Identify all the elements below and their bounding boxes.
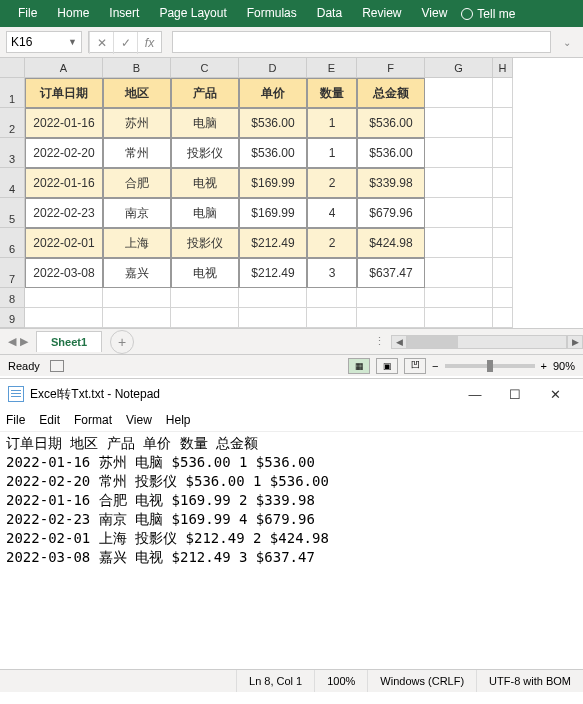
empty-cell[interactable] — [307, 308, 357, 328]
ribbon-tab-insert[interactable]: Insert — [99, 0, 149, 27]
table-cell[interactable]: 2 — [307, 228, 357, 258]
ribbon-tab-data[interactable]: Data — [307, 0, 352, 27]
scroll-left-button[interactable]: ◀ — [391, 335, 407, 349]
col-header[interactable]: C — [171, 58, 239, 78]
ribbon-tab-home[interactable]: Home — [47, 0, 99, 27]
table-cell[interactable]: 嘉兴 — [103, 258, 171, 288]
row-header[interactable]: 7 — [0, 258, 25, 288]
empty-cell[interactable] — [493, 168, 513, 198]
empty-cell[interactable] — [171, 288, 239, 308]
empty-cell[interactable] — [425, 258, 493, 288]
row-header[interactable]: 1 — [0, 78, 25, 108]
col-header[interactable]: G — [425, 58, 493, 78]
table-cell[interactable]: $169.99 — [239, 168, 307, 198]
np-menu-edit[interactable]: Edit — [39, 413, 60, 427]
empty-cell[interactable] — [493, 228, 513, 258]
normal-view-button[interactable]: ▦ — [348, 358, 370, 374]
table-cell[interactable]: 南京 — [103, 198, 171, 228]
empty-cell[interactable] — [493, 288, 513, 308]
notepad-text-area[interactable]: 订单日期 地区 产品 单价 数量 总金额 2022-01-16 苏州 电脑 $5… — [0, 431, 583, 669]
horizontal-scrollbar[interactable] — [407, 335, 567, 349]
table-cell[interactable]: $637.47 — [357, 258, 425, 288]
sheet-tab[interactable]: Sheet1 — [36, 331, 102, 352]
minimize-button[interactable]: — — [455, 379, 495, 409]
ribbon-tab-formulas[interactable]: Formulas — [237, 0, 307, 27]
table-cell[interactable]: 2022-01-16 — [25, 108, 103, 138]
row-header[interactable]: 8 — [0, 288, 25, 308]
table-cell[interactable]: 2022-02-01 — [25, 228, 103, 258]
table-cell[interactable]: 上海 — [103, 228, 171, 258]
np-menu-file[interactable]: File — [6, 413, 25, 427]
empty-cell[interactable] — [25, 288, 103, 308]
table-cell[interactable]: $536.00 — [239, 138, 307, 168]
col-header[interactable]: F — [357, 58, 425, 78]
empty-cell[interactable] — [103, 288, 171, 308]
table-header-cell[interactable]: 单价 — [239, 78, 307, 108]
empty-cell[interactable] — [425, 308, 493, 328]
ribbon-tab-pagelayout[interactable]: Page Layout — [149, 0, 236, 27]
empty-cell[interactable] — [425, 198, 493, 228]
empty-cell[interactable] — [171, 308, 239, 328]
empty-cell[interactable] — [357, 308, 425, 328]
empty-cell[interactable] — [425, 168, 493, 198]
row-header[interactable]: 4 — [0, 168, 25, 198]
empty-cell[interactable] — [425, 78, 493, 108]
empty-cell[interactable] — [425, 108, 493, 138]
empty-cell[interactable] — [493, 78, 513, 108]
table-header-cell[interactable]: 数量 — [307, 78, 357, 108]
table-cell[interactable]: 苏州 — [103, 108, 171, 138]
table-cell[interactable]: 2022-01-16 — [25, 168, 103, 198]
maximize-button[interactable]: ☐ — [495, 379, 535, 409]
col-header[interactable]: B — [103, 58, 171, 78]
empty-cell[interactable] — [493, 258, 513, 288]
tab-nav-next-icon[interactable]: ▶ — [20, 335, 28, 348]
empty-cell[interactable] — [307, 288, 357, 308]
col-header[interactable]: H — [493, 58, 513, 78]
table-cell[interactable]: $339.98 — [357, 168, 425, 198]
ribbon-tab-file[interactable]: File — [8, 0, 47, 27]
empty-cell[interactable] — [425, 138, 493, 168]
table-cell[interactable]: 1 — [307, 138, 357, 168]
empty-cell[interactable] — [493, 108, 513, 138]
table-cell[interactable]: $424.98 — [357, 228, 425, 258]
scroll-right-button[interactable]: ▶ — [567, 335, 583, 349]
fx-icon[interactable]: fx — [137, 32, 161, 54]
col-header[interactable]: D — [239, 58, 307, 78]
table-cell[interactable]: $536.00 — [357, 108, 425, 138]
empty-cell[interactable] — [239, 308, 307, 328]
tell-me-button[interactable]: Tell me — [461, 7, 515, 21]
select-all-corner[interactable] — [0, 58, 25, 78]
empty-cell[interactable] — [239, 288, 307, 308]
table-cell[interactable]: 常州 — [103, 138, 171, 168]
row-header[interactable]: 3 — [0, 138, 25, 168]
table-header-cell[interactable]: 订单日期 — [25, 78, 103, 108]
empty-cell[interactable] — [357, 288, 425, 308]
tab-nav-prev-icon[interactable]: ◀ — [8, 335, 16, 348]
table-cell[interactable]: 电视 — [171, 168, 239, 198]
row-header[interactable]: 6 — [0, 228, 25, 258]
empty-cell[interactable] — [493, 198, 513, 228]
table-cell[interactable]: 电脑 — [171, 198, 239, 228]
table-cell[interactable]: 投影仪 — [171, 228, 239, 258]
row-header[interactable]: 9 — [0, 308, 25, 328]
empty-cell[interactable] — [103, 308, 171, 328]
formula-input[interactable] — [172, 31, 551, 53]
col-header[interactable]: E — [307, 58, 357, 78]
empty-cell[interactable] — [493, 308, 513, 328]
enter-formula-icon[interactable]: ✓ — [113, 32, 137, 54]
table-cell[interactable]: 4 — [307, 198, 357, 228]
empty-cell[interactable] — [25, 308, 103, 328]
table-header-cell[interactable]: 产品 — [171, 78, 239, 108]
table-cell[interactable]: 电视 — [171, 258, 239, 288]
macro-record-icon[interactable] — [50, 360, 64, 372]
expand-formula-icon[interactable]: ⌄ — [557, 37, 577, 48]
table-cell[interactable]: $212.49 — [239, 258, 307, 288]
ribbon-tab-review[interactable]: Review — [352, 0, 411, 27]
zoom-in-button[interactable]: + — [541, 360, 547, 372]
new-sheet-button[interactable]: + — [110, 330, 134, 354]
empty-cell[interactable] — [493, 138, 513, 168]
empty-cell[interactable] — [425, 228, 493, 258]
table-header-cell[interactable]: 地区 — [103, 78, 171, 108]
table-cell[interactable]: $212.49 — [239, 228, 307, 258]
table-cell[interactable]: $536.00 — [357, 138, 425, 168]
